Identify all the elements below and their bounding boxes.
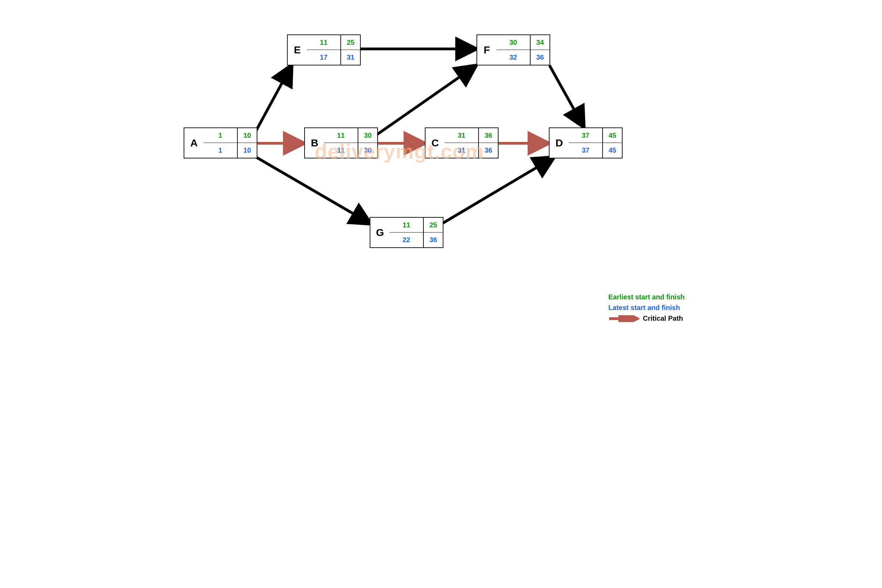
ls-value: 31 xyxy=(445,143,478,158)
ef-value: 30 xyxy=(358,128,377,143)
ef-value: 36 xyxy=(478,128,498,143)
ls-value: 22 xyxy=(390,232,423,248)
es-value: 37 xyxy=(569,128,603,143)
edge-B-F xyxy=(377,66,475,134)
activity-node-E: 11E251731 xyxy=(287,34,361,66)
legend-critical: Critical Path xyxy=(609,315,685,322)
ls-value: 11 xyxy=(324,143,358,158)
cpm-diagram: 1A1011011E25173111B30113011G25223631C363… xyxy=(177,0,705,353)
es-value: 11 xyxy=(307,35,341,50)
ef-value: 10 xyxy=(237,128,256,143)
ef-value: 45 xyxy=(603,128,622,143)
ef-value: 25 xyxy=(341,35,360,50)
lf-value: 31 xyxy=(341,50,360,65)
legend: Earliest start and finish Latest start a… xyxy=(609,290,685,325)
lf-value: 45 xyxy=(603,143,622,158)
activity-label: B xyxy=(305,128,324,158)
ef-value: 34 xyxy=(530,35,549,50)
activity-node-F: 30F343236 xyxy=(477,34,550,66)
ls-value: 32 xyxy=(496,50,530,65)
activity-node-G: 11G252236 xyxy=(370,217,443,248)
activity-node-A: 1A10110 xyxy=(184,128,257,159)
ls-value: 37 xyxy=(569,143,603,158)
ls-value: 17 xyxy=(307,50,341,65)
legend-latest: Latest start and finish xyxy=(609,304,685,312)
lf-value: 30 xyxy=(358,143,377,158)
lf-value: 10 xyxy=(237,143,256,158)
es-value: 11 xyxy=(390,218,423,232)
edge-A-E xyxy=(256,66,291,131)
activity-label: E xyxy=(288,35,307,65)
edge-A-G xyxy=(256,157,370,223)
ef-value: 25 xyxy=(423,218,443,232)
legend-earliest: Earliest start and finish xyxy=(609,293,685,301)
es-value: 1 xyxy=(204,128,237,143)
activity-label: C xyxy=(426,128,445,158)
edge-F-D xyxy=(549,66,583,126)
activity-label: F xyxy=(477,35,496,65)
edge-G-D xyxy=(443,158,553,223)
lf-value: 36 xyxy=(478,143,498,158)
activity-node-B: 11B301130 xyxy=(304,128,378,159)
ls-value: 1 xyxy=(204,143,237,158)
activity-label: D xyxy=(549,128,569,158)
es-value: 30 xyxy=(496,35,530,50)
es-value: 11 xyxy=(324,128,358,143)
legend-critical-label: Critical Path xyxy=(643,315,683,322)
es-value: 31 xyxy=(445,128,478,143)
activity-label: A xyxy=(184,128,204,158)
activity-node-C: 31C363136 xyxy=(425,128,498,159)
lf-value: 36 xyxy=(530,50,549,65)
lf-value: 36 xyxy=(423,232,443,248)
activity-node-D: 37D453745 xyxy=(549,128,622,159)
activity-label: G xyxy=(370,218,390,248)
